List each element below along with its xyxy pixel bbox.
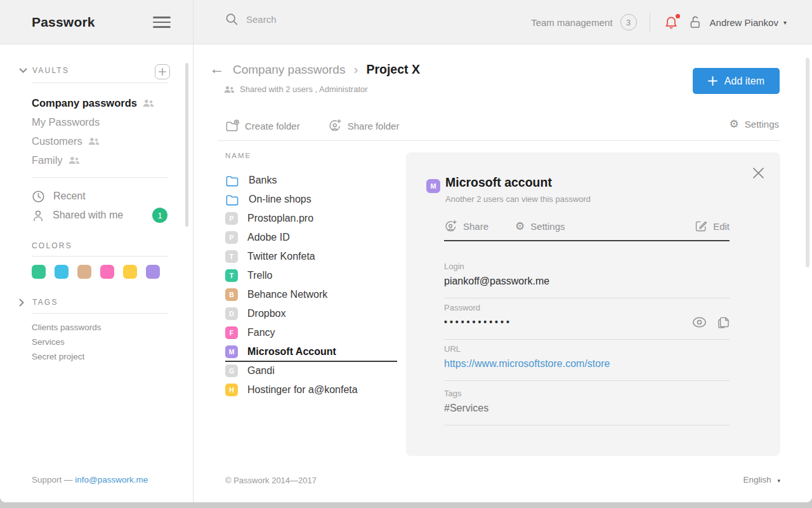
item-letter-icon: B bbox=[225, 288, 238, 301]
vaults-section-header[interactable]: VAULTS bbox=[19, 66, 69, 75]
settings-label: Settings bbox=[745, 119, 779, 130]
back-arrow-icon[interactable]: ← bbox=[209, 61, 225, 76]
vault-label: Customers bbox=[32, 135, 82, 147]
add-vault-button[interactable] bbox=[155, 64, 170, 79]
notifications-bell-icon[interactable] bbox=[664, 15, 678, 30]
item-row-behance-network[interactable]: BBehance Network bbox=[225, 285, 409, 304]
create-folder-button[interactable]: Create folder bbox=[225, 119, 300, 133]
search-icon bbox=[225, 13, 239, 26]
item-row-gandi[interactable]: GGandi bbox=[225, 361, 409, 380]
item-row-twitter-konfeta[interactable]: TTwitter Konfeta bbox=[225, 247, 409, 266]
users-icon bbox=[69, 156, 80, 164]
sidebar-item-recent[interactable]: Recent bbox=[32, 187, 86, 206]
tags-value[interactable]: #Services bbox=[444, 403, 488, 414]
item-row-fancy[interactable]: FFancy bbox=[225, 323, 409, 342]
item-letter-icon: T bbox=[225, 250, 238, 263]
login-value[interactable]: piankoff@passwork.me bbox=[444, 276, 549, 287]
color-swatch-green[interactable] bbox=[32, 265, 46, 279]
color-swatch-tan[interactable] bbox=[77, 265, 91, 279]
copy-password-icon[interactable] bbox=[717, 316, 730, 329]
item-avatar: M bbox=[426, 179, 440, 193]
shared-count-badge: 1 bbox=[152, 208, 167, 223]
color-filter-row bbox=[32, 265, 160, 279]
item-row-prostoplan[interactable]: PProstoplan.pro bbox=[225, 209, 409, 228]
plus-icon bbox=[159, 68, 166, 76]
item-letter-icon: M bbox=[225, 345, 238, 358]
users-icon bbox=[88, 137, 100, 145]
language-selector[interactable]: English ▾ bbox=[743, 475, 780, 485]
sidebar-item-shared-with-me[interactable]: Shared with me bbox=[32, 206, 123, 225]
sidebar-item-customers[interactable]: Customers bbox=[32, 131, 100, 150]
detail-subtitle: Another 2 users can view this password bbox=[445, 194, 591, 204]
item-letter-icon: T bbox=[225, 269, 238, 282]
sidebar-scrollbar[interactable] bbox=[185, 63, 188, 227]
folder-settings-button[interactable]: ⚙ Settings bbox=[730, 119, 779, 130]
main-scrollbar[interactable] bbox=[806, 58, 809, 267]
share-folder-label: Share folder bbox=[348, 121, 400, 131]
item-letter-icon: H bbox=[225, 384, 238, 396]
item-row-adobe-id[interactable]: PAdobe ID bbox=[225, 228, 409, 247]
close-icon[interactable] bbox=[753, 168, 764, 178]
item-row-microsoft-account[interactable]: MMicrosoft Account bbox=[225, 342, 409, 361]
sidebar-item-company-passwords[interactable]: Company passwords bbox=[32, 93, 154, 112]
item-name: Twitter Konfeta bbox=[247, 251, 315, 262]
share-label: Share bbox=[463, 221, 488, 232]
support-label: Support — bbox=[32, 475, 75, 485]
color-swatch-blue[interactable] bbox=[55, 265, 69, 279]
add-item-button[interactable]: Add item bbox=[693, 68, 780, 94]
shared-info-text: Shared with 2 users , Administrator bbox=[240, 84, 368, 94]
user-menu[interactable]: Andrew Piankov bbox=[710, 17, 778, 28]
user-caret-icon[interactable]: ▾ bbox=[783, 19, 787, 26]
add-item-label: Add item bbox=[724, 76, 764, 87]
support-email-link[interactable]: info@passwork.me bbox=[75, 475, 148, 485]
folder-row-online-shops[interactable]: On-line shops bbox=[225, 190, 409, 209]
item-row-hostinger[interactable]: HHostinger for a@konfeta bbox=[225, 380, 409, 399]
vault-label: Family bbox=[32, 154, 63, 166]
language-caret-icon: ▾ bbox=[777, 478, 780, 484]
sidebar: VAULTS Company passwords My Passwords Cu… bbox=[0, 45, 193, 502]
edit-button[interactable]: Edit bbox=[695, 220, 730, 232]
share-button[interactable]: Share bbox=[444, 220, 488, 233]
toolbar-divider bbox=[218, 140, 780, 141]
share-folder-button[interactable]: Share folder bbox=[328, 119, 400, 133]
url-value[interactable]: https://www.microsoftstore.com/store bbox=[444, 358, 610, 370]
breadcrumb-current: Project X bbox=[366, 62, 420, 77]
sidebar-item-my-passwords[interactable]: My Passwords bbox=[32, 112, 100, 131]
tag-services[interactable]: Services bbox=[32, 337, 102, 347]
color-swatch-purple[interactable] bbox=[146, 265, 160, 279]
search-bar[interactable] bbox=[225, 13, 436, 26]
show-password-eye-icon[interactable] bbox=[692, 317, 707, 328]
clock-icon bbox=[32, 190, 45, 203]
recent-label: Recent bbox=[53, 190, 86, 202]
folder-toolbar: Create folder Share folder bbox=[225, 119, 399, 133]
item-name: Prostoplan.pro bbox=[247, 213, 313, 224]
lock-icon[interactable] bbox=[688, 15, 702, 30]
item-list: Banks On-line shops PProstoplan.pro PAdo… bbox=[225, 171, 409, 399]
item-letter-icon: G bbox=[225, 364, 238, 377]
password-actions bbox=[692, 316, 730, 329]
language-label: English bbox=[743, 475, 771, 485]
hamburger-menu-icon[interactable] bbox=[153, 17, 171, 28]
url-label: URL bbox=[444, 344, 730, 354]
tags-field: Tags #Services bbox=[444, 389, 730, 398]
password-value[interactable]: •••••••••••• bbox=[444, 317, 512, 327]
search-input[interactable] bbox=[246, 14, 436, 25]
color-swatch-yellow[interactable] bbox=[123, 265, 137, 279]
team-management-link[interactable]: Team management bbox=[531, 17, 612, 28]
breadcrumb-parent[interactable]: Company passwords bbox=[233, 63, 345, 77]
tags-section-header[interactable]: TAGS bbox=[19, 298, 58, 307]
tag-clients-passwords[interactable]: Clients passwords bbox=[32, 323, 102, 332]
item-settings-button[interactable]: ⚙ Settings bbox=[515, 220, 565, 233]
detail-title: Microsoft account bbox=[445, 175, 552, 190]
tag-secret-project[interactable]: Secret project bbox=[32, 352, 102, 361]
breadcrumb-separator-icon: › bbox=[353, 62, 358, 76]
team-count-badge[interactable]: 3 bbox=[620, 14, 637, 30]
item-row-trello[interactable]: TTrello bbox=[225, 266, 409, 285]
folder-row-banks[interactable]: Banks bbox=[225, 171, 409, 190]
tags-label: Tags bbox=[444, 389, 730, 398]
color-swatch-pink[interactable] bbox=[100, 265, 114, 279]
item-row-dropbox[interactable]: DDropbox bbox=[225, 304, 409, 323]
users-icon bbox=[224, 86, 235, 93]
sidebar-item-family[interactable]: Family bbox=[32, 150, 80, 170]
item-name: Behance Network bbox=[247, 289, 327, 300]
